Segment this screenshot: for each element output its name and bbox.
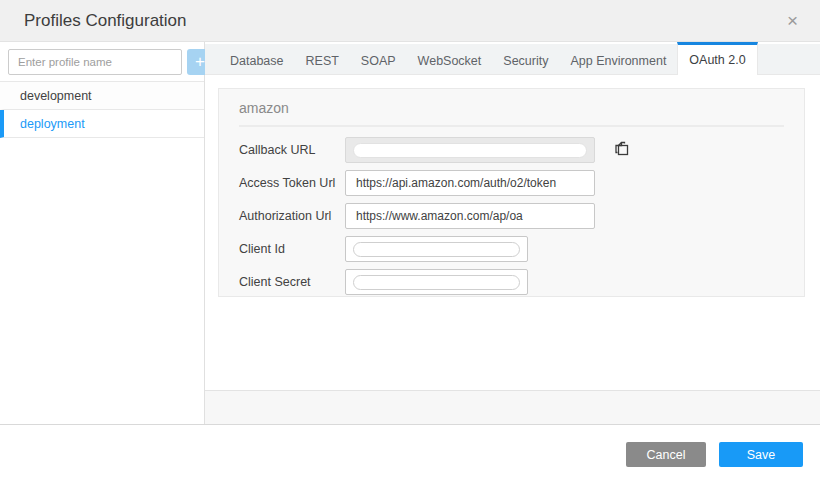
authorization-url-row: Authorization Url <box>239 203 784 229</box>
copy-icon <box>612 139 631 161</box>
client-id-label: Client Id <box>239 242 345 256</box>
tab-soap[interactable]: SOAP <box>350 44 407 74</box>
provider-name: amazon <box>239 100 784 127</box>
client-secret-row: Client Secret <box>239 269 784 295</box>
profile-settings-content: Database REST SOAP WebSocket Security Ap… <box>205 42 820 424</box>
profile-item-deployment[interactable]: deployment <box>0 110 204 138</box>
client-secret-field[interactable] <box>345 269 528 295</box>
dialog-header: Profiles Configuration × <box>0 0 820 42</box>
access-token-url-input[interactable] <box>345 170 595 196</box>
dialog-title: Profiles Configuration <box>24 11 781 31</box>
profile-add-row: + <box>0 42 204 81</box>
cancel-button[interactable]: Cancel <box>626 442 706 467</box>
authorization-url-label: Authorization Url <box>239 209 345 223</box>
tab-content-oauth: amazon Callback URL <box>205 75 820 390</box>
content-footer-strip <box>205 390 820 424</box>
tab-security[interactable]: Security <box>492 44 559 74</box>
tab-database[interactable]: Database <box>219 44 295 74</box>
tab-app-environment[interactable]: App Environment <box>559 44 677 74</box>
profile-item-development[interactable]: development <box>0 82 204 110</box>
callback-url-row: Callback URL <box>239 137 784 163</box>
access-token-url-row: Access Token Url <box>239 170 784 196</box>
copy-callback-url-button[interactable] <box>612 139 631 161</box>
client-id-field[interactable] <box>345 236 528 262</box>
profile-list: development deployment <box>0 81 204 138</box>
access-token-url-label: Access Token Url <box>239 176 345 190</box>
callback-url-label: Callback URL <box>239 143 345 157</box>
client-secret-label: Client Secret <box>239 275 345 289</box>
save-button[interactable]: Save <box>719 442 803 467</box>
tab-oauth-2-0[interactable]: OAuth 2.0 <box>677 42 757 75</box>
client-id-row: Client Id <box>239 236 784 262</box>
close-icon[interactable]: × <box>781 9 804 32</box>
dialog-body: + development deployment Database REST S… <box>0 42 820 425</box>
redacted-value <box>353 275 520 290</box>
profiles-sidebar: + development deployment <box>0 42 205 424</box>
redacted-value <box>353 143 587 158</box>
callback-url-field <box>345 137 595 163</box>
settings-tabbar: Database REST SOAP WebSocket Security Ap… <box>205 44 820 75</box>
profiles-configuration-dialog: Profiles Configuration × + development d… <box>0 0 820 484</box>
authorization-url-input[interactable] <box>345 203 595 229</box>
tab-websocket[interactable]: WebSocket <box>407 44 493 74</box>
redacted-value <box>353 242 520 257</box>
dialog-footer: Cancel Save <box>0 425 820 484</box>
tab-rest[interactable]: REST <box>295 44 350 74</box>
profile-name-input[interactable] <box>8 49 182 75</box>
amazon-oauth-panel: amazon Callback URL <box>218 88 805 297</box>
